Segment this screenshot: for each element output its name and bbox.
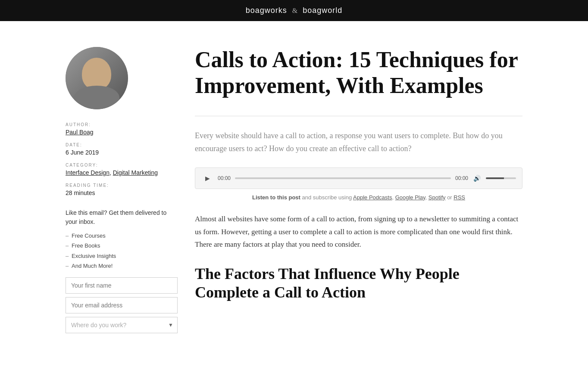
caption-rest: and subscribe using [302,194,353,201]
author-link[interactable]: Paul Boag [66,129,94,136]
workplace-select[interactable]: Where do you work? Agency In-house Freel… [66,317,178,333]
reading-time-value: 28 minutes [66,189,178,196]
divider [195,116,522,116]
audio-caption: Listen to this post and subscribe using … [195,194,522,201]
list-item: Exclusive Insights [66,251,178,261]
main-content: Calls to Action: 15 Techniques for Impro… [195,47,522,333]
reading-time-section: READING TIME: 28 minutes [66,183,178,196]
list-item: And Much More! [66,261,178,271]
reading-time-label: READING TIME: [66,183,178,188]
signup-intro-text: Like this email? Get them delivered to y… [66,208,178,226]
date-section: DATE: 6 June 2019 [66,143,178,156]
brand-boagworld[interactable]: boagworld [303,6,342,15]
category-value: Interface Design, Digital Marketing [66,169,178,176]
first-name-input[interactable] [66,277,178,294]
workplace-select-wrapper: Where do you work? Agency In-house Freel… [66,317,178,333]
category-label: CATEGORY: [66,163,178,167]
time-end: 00:00 [455,175,468,181]
mute-button[interactable]: 🔊 [472,175,482,182]
listen-text: Listen to this post [252,194,300,201]
spotify-link[interactable]: Spotify [428,194,446,201]
date-label: DATE: [66,143,178,147]
play-button[interactable]: ▶ [201,172,213,184]
email-input[interactable] [66,297,178,313]
signup-benefits-list: Free Courses Free Books Exclusive Insigh… [66,231,178,271]
author-value: Paul Boag [66,129,178,136]
time-start: 00:00 [218,175,231,181]
brand-boagworks[interactable]: boagworks [246,6,287,15]
apple-podcasts-link[interactable]: Apple Podcasts [353,194,392,201]
date-value: 6 June 2019 [66,149,178,156]
sidebar: AUTHOR: Paul Boag DATE: 6 June 2019 CATE… [66,47,178,333]
author-section: AUTHOR: Paul Boag [66,122,178,136]
article-title: Calls to Action: 15 Techniques for Impro… [195,47,522,99]
category-link-interface[interactable]: Interface Design [66,169,109,176]
category-link-marketing[interactable]: Digital Marketing [113,169,158,176]
category-section: CATEGORY: Interface Design, Digital Mark… [66,163,178,176]
or-text: or [447,194,454,201]
article-body-text: Almost all websites have some form of a … [195,213,522,251]
list-item: Free Courses [66,231,178,241]
author-label: AUTHOR: [66,122,178,127]
volume-slider[interactable] [486,177,516,179]
article-section-heading: The Factors That Influence Why People Co… [195,265,522,302]
avatar-image [66,47,128,109]
list-item: Free Books [66,241,178,251]
email-signup-section: Like this email? Get them delivered to y… [66,208,178,333]
google-play-link[interactable]: Google Play [395,194,425,201]
nav-ampersand: & [292,7,297,15]
rss-link[interactable]: RSS [454,194,465,201]
top-navigation: boagworks & boagworld [0,0,588,21]
page-container: AUTHOR: Paul Boag DATE: 6 June 2019 CATE… [57,21,531,359]
progress-bar[interactable] [235,177,451,179]
article-intro: Every website should have a call to acti… [195,129,522,155]
avatar [66,47,128,109]
audio-player: ▶ 00:00 00:00 🔊 [195,167,522,189]
